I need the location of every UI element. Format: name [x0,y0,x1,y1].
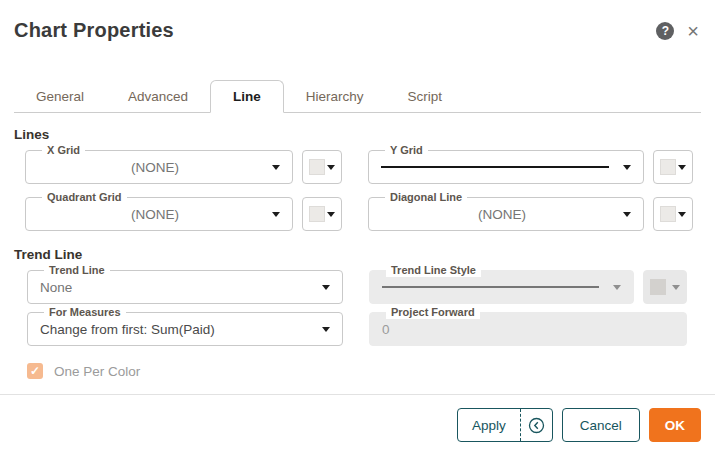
trend-line-dropdown[interactable]: Trend Line None [27,270,343,304]
chevron-down-icon [623,165,631,170]
apply-split-button: Apply [457,408,553,442]
diagonal-line-value: (NONE) [381,207,623,222]
chevron-down-icon [272,212,280,217]
dialog-header: Chart Properties ? × [0,0,715,42]
close-icon[interactable]: × [687,24,699,38]
tab-bar: General Advanced Line Hierarchy Script [14,80,701,113]
chevron-down-icon [623,212,631,217]
quadrant-grid-color-picker[interactable] [302,197,342,231]
color-swatch [660,159,676,175]
chevron-left-circle-icon [528,417,545,434]
quadrant-grid-dropdown[interactable]: Quadrant Grid (NONE) [25,197,293,231]
trend-line-value: None [40,280,322,295]
chevron-down-icon [672,285,680,290]
chevron-down-icon [322,327,330,332]
tab-line[interactable]: Line [210,80,284,113]
chevron-down-icon [327,212,335,217]
tab-advanced[interactable]: Advanced [106,81,210,112]
for-measures-value: Change from first: Sum(Paid) [40,322,322,337]
trend-line-style-label: Trend Line Style [386,264,481,277]
one-per-color-label: One Per Color [54,364,140,379]
diagonal-line-label: Diagonal Line [385,191,467,204]
x-grid-value: (NONE) [38,160,272,175]
for-measures-dropdown[interactable]: For Measures Change from first: Sum(Paid… [27,312,343,346]
solid-line-preview [382,286,599,288]
x-grid-label: X Grid [42,144,85,157]
diagonal-line-dropdown[interactable]: Diagonal Line (NONE) [368,197,644,231]
chevron-down-icon [272,165,280,170]
tab-script[interactable]: Script [386,81,465,112]
trend-line-label: Trend Line [44,264,110,277]
color-swatch [650,279,666,295]
y-grid-label: Y Grid [385,144,428,157]
y-grid-dropdown[interactable]: Y Grid [368,150,644,184]
tab-hierarchy[interactable]: Hierarchy [284,81,386,112]
project-forward-value: 0 [382,322,674,337]
ok-button[interactable]: OK [649,408,701,442]
x-grid-dropdown[interactable]: X Grid (NONE) [25,150,293,184]
x-grid-color-picker[interactable] [302,150,342,184]
lines-section-heading: Lines [14,127,715,142]
trend-line-color-picker [643,270,687,304]
chevron-down-icon [322,285,330,290]
color-swatch [309,206,325,222]
for-measures-label: For Measures [44,306,126,319]
y-grid-color-picker[interactable] [653,150,693,184]
project-forward-label: Project Forward [386,306,480,319]
dialog-footer: Apply Cancel OK [0,394,715,442]
solid-line-preview [381,166,609,168]
trend-line-style-dropdown: Trend Line Style [369,270,634,304]
quadrant-grid-label: Quadrant Grid [42,191,127,204]
trend-line-section-heading: Trend Line [14,247,715,262]
apply-collapse-button[interactable] [520,409,552,441]
chevron-down-icon [678,212,686,217]
apply-button[interactable]: Apply [458,409,520,441]
one-per-color-checkbox: ✓ [27,363,43,379]
cancel-button[interactable]: Cancel [562,408,640,442]
chevron-down-icon [678,165,686,170]
diagonal-line-color-picker[interactable] [653,197,693,231]
tab-general[interactable]: General [14,81,106,112]
quadrant-grid-value: (NONE) [38,207,272,222]
one-per-color-row: ✓ One Per Color [27,363,715,379]
project-forward-input: Project Forward 0 [369,312,687,346]
dialog-title: Chart Properties [14,19,656,42]
color-swatch [309,159,325,175]
help-icon[interactable]: ? [656,22,674,40]
chevron-down-icon [613,285,621,290]
chevron-down-icon [327,165,335,170]
color-swatch [660,206,676,222]
